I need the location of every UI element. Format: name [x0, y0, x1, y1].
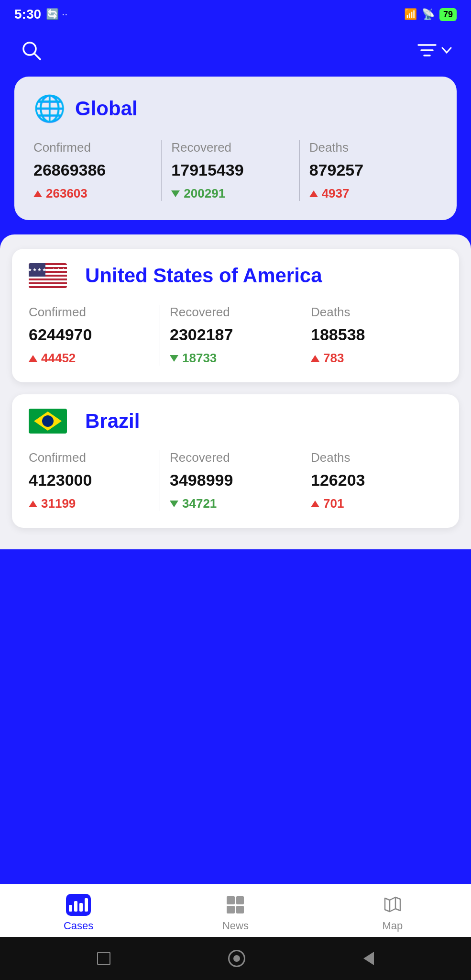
countries-container: ★★★★★★★★★★★★★★★★★★★★★★★★★★★★★★★★★★★★★★★★…	[0, 234, 471, 549]
brazil-deaths-value: 126203	[311, 471, 433, 490]
brazil-recovered-down-arrow	[170, 501, 178, 507]
usa-title: United States of America	[85, 264, 322, 287]
bar-3	[79, 903, 83, 912]
brazil-confirmed-up-arrow	[29, 501, 37, 507]
filter-icon	[416, 41, 438, 59]
brazil-confirmed-col: Confirmed 4123000 31199	[29, 450, 160, 511]
bar-chart-icon	[69, 898, 88, 912]
bar-2	[74, 901, 77, 912]
grid-cell-2	[236, 896, 244, 904]
brazil-circle	[42, 415, 54, 427]
wifi-icon: 📡	[422, 8, 435, 21]
global-confirmed-col: Confirmed 26869386 263603	[33, 140, 162, 201]
usa-deaths-col: Deaths 188538 783	[301, 305, 442, 366]
usa-confirmed-delta: 44452	[29, 351, 151, 366]
news-label: News	[222, 920, 249, 932]
global-confirmed-delta: 263603	[33, 186, 152, 201]
android-back-button[interactable]	[97, 952, 110, 965]
usa-deaths-up-arrow	[311, 355, 319, 362]
usa-confirmed-up-arrow	[29, 355, 37, 362]
usa-deaths-delta: 783	[311, 351, 433, 366]
battery-level: 79	[439, 8, 457, 21]
usa-recovered-col: Recovered 2302187 18733	[160, 305, 301, 366]
usa-deaths-label: Deaths	[311, 305, 433, 320]
deaths-up-arrow	[309, 190, 318, 197]
status-bar-right: 📶 📡 79	[404, 8, 457, 21]
bar-1	[69, 905, 72, 912]
usa-stats-row: Confirmed 6244970 44452 Recovered 230218…	[29, 305, 442, 366]
status-bar: 5:30 🔄 ·· 📶 📡 79	[0, 0, 471, 29]
android-nav-bar	[0, 937, 471, 980]
map-label: Map	[382, 920, 403, 932]
brazil-confirmed-delta: 31199	[29, 496, 151, 511]
brazil-deaths-delta: 701	[311, 496, 433, 511]
top-nav	[0, 29, 471, 77]
brazil-confirmed-value: 4123000	[29, 471, 151, 490]
usa-flag: ★★★★★★★★★★★★★★★★★★★★★★★★★★★★★★★★★★★★★★★★…	[29, 263, 67, 288]
usa-recovered-value: 2302187	[170, 325, 292, 344]
map-icon	[382, 894, 403, 915]
bar-4	[85, 898, 88, 912]
home-circle-icon	[228, 950, 245, 967]
status-bar-left: 5:30 🔄 ··	[14, 7, 67, 22]
brazil-recovered-value: 3498999	[170, 471, 292, 490]
status-icons: 🔄 ··	[46, 8, 67, 21]
grid-cell-1	[227, 896, 235, 904]
global-card: 🌐 Global Confirmed 26869386 263603 Recov…	[14, 77, 457, 220]
brazil-card-header: Brazil	[29, 409, 442, 434]
nav-map[interactable]: Map	[314, 893, 471, 932]
brazil-deaths-label: Deaths	[311, 450, 433, 465]
dropdown-arrow-icon	[441, 47, 452, 54]
cases-icon-wrap	[65, 893, 92, 917]
global-recovered-col: Recovered 17915439 200291	[162, 140, 299, 201]
brazil-deaths-col: Deaths 126203 701	[301, 450, 442, 511]
grid-cell-3	[227, 906, 235, 914]
home-inner-dot	[233, 955, 240, 962]
global-confirmed-value: 26869386	[33, 161, 152, 179]
dots-icon: ··	[62, 8, 67, 21]
global-recovered-value: 17915439	[171, 161, 290, 179]
usa-recovered-label: Recovered	[170, 305, 292, 320]
news-grid-icon	[227, 896, 244, 913]
search-button[interactable]	[19, 38, 43, 62]
usa-recovered-down-arrow	[170, 355, 178, 362]
activity-icon: 🔄	[46, 8, 59, 21]
cases-icon-bg	[66, 894, 91, 916]
usa-confirmed-value: 6244970	[29, 325, 151, 344]
brazil-title: Brazil	[85, 410, 140, 433]
confirmed-up-arrow	[33, 190, 42, 197]
brazil-confirmed-label: Confirmed	[29, 450, 151, 465]
global-confirmed-label: Confirmed	[33, 140, 152, 155]
global-recovered-label: Recovered	[171, 140, 290, 155]
svg-line-1	[34, 54, 40, 59]
brazil-recovered-col: Recovered 3498999 34721	[160, 450, 301, 511]
brazil-flag	[29, 409, 67, 434]
usa-card-header: ★★★★★★★★★★★★★★★★★★★★★★★★★★★★★★★★★★★★★★★★…	[29, 263, 442, 288]
brazil-diamond	[34, 412, 62, 431]
usa-deaths-value: 188538	[311, 325, 433, 344]
android-recents-button[interactable]	[363, 952, 374, 965]
global-title: Global	[75, 97, 138, 120]
brazil-card: Brazil Confirmed 4123000 31199 Recovered…	[12, 394, 459, 528]
nav-cases[interactable]: Cases	[0, 893, 157, 932]
usa-recovered-delta: 18733	[170, 351, 292, 366]
cases-label: Cases	[64, 920, 93, 932]
global-deaths-value: 879257	[309, 161, 428, 179]
map-icon-wrap	[379, 893, 406, 917]
recovered-down-arrow	[171, 190, 180, 197]
brazil-recovered-label: Recovered	[170, 450, 292, 465]
brazil-recovered-delta: 34721	[170, 496, 292, 511]
global-recovered-delta: 200291	[171, 186, 290, 201]
global-deaths-label: Deaths	[309, 140, 428, 155]
filter-area[interactable]	[416, 41, 452, 59]
nav-news[interactable]: News	[157, 893, 314, 932]
bottom-nav: Cases News Map	[0, 884, 471, 937]
global-deaths-delta: 4937	[309, 186, 428, 201]
global-card-header: 🌐 Global	[33, 93, 438, 123]
back-square-icon	[97, 952, 110, 965]
signal-icon: 📶	[404, 8, 417, 21]
android-home-button[interactable]	[228, 950, 245, 967]
content-wrapper: 🌐 Global Confirmed 26869386 263603 Recov…	[0, 77, 471, 220]
globe-icon: 🌐	[33, 93, 66, 123]
global-stats-row: Confirmed 26869386 263603 Recovered 1791…	[33, 140, 438, 201]
